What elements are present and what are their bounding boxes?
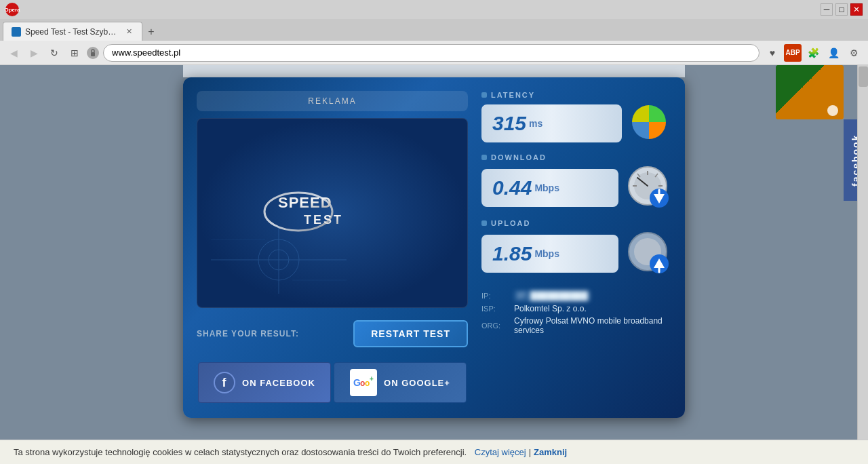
address-bar-row: ◀ ▶ ↻ ⊞ ♥ ABP 🧩 👤 ⚙ (0, 41, 868, 65)
bookmark-icon[interactable]: ♥ (764, 44, 781, 62)
facebook-icon: f (214, 372, 235, 393)
abp-button[interactable]: ABP (784, 44, 802, 62)
window-controls: ─ □ ✕ (821, 3, 863, 16)
org-label: ORG: (481, 322, 509, 330)
active-tab[interactable]: Speed Test - Test Szybkoś... ✕ (3, 22, 142, 41)
social-bar: f ON FACEBOOK G o o + ON GOOGLE+ (197, 361, 468, 404)
svg-text:SPEED: SPEED (278, 194, 332, 211)
isp-row: ISP: Polkomtel Sp. z o.o. (481, 304, 671, 313)
tab-close-button[interactable]: ✕ (124, 27, 134, 37)
upload-label: UPLOAD (481, 219, 671, 227)
isp-label: ISP: (481, 305, 509, 313)
svg-rect-0 (91, 52, 95, 56)
extensions-icon[interactable]: 🧩 (804, 44, 822, 62)
download-label: DOWNLOAD (481, 153, 671, 161)
apps-button[interactable]: ⊞ (66, 45, 83, 61)
tab-title: Speed Test - Test Szybkoś... (25, 27, 120, 37)
latency-dot (481, 92, 487, 98)
org-value: Cyfrowy Polsat MVNO mobile broadband ser… (514, 316, 671, 335)
download-bar: 0.44 Mbps (481, 169, 618, 207)
upload-icon (624, 230, 671, 277)
upload-bar: 1.85 Mbps (481, 235, 618, 273)
opera-label: Opera (4, 7, 20, 13)
toolbar-icons: ♥ ABP 🧩 👤 ⚙ (764, 44, 863, 62)
opera-logo[interactable]: Opera (5, 3, 19, 16)
close-button[interactable]: ✕ (850, 3, 863, 16)
cookie-close-link[interactable]: Zamknij (534, 447, 567, 457)
info-section: IP: 37. ██████████ ISP: Polkomtel Sp. z … (481, 290, 671, 338)
upload-dot (481, 220, 487, 226)
latency-value: 315 (492, 112, 526, 135)
latency-unit: ms (529, 118, 542, 129)
google-plus-icon: G o o + (350, 369, 377, 396)
svg-text:TEST: TEST (304, 213, 343, 227)
address-input[interactable] (103, 44, 760, 62)
ip-label: IP: (481, 292, 509, 300)
top-banner (183, 65, 685, 77)
speedtest-widget: REKLAMA (183, 77, 685, 418)
facebook-label: ON FACEBOOK (242, 378, 315, 388)
latency-section: LATENCY 315 ms (481, 91, 671, 145)
right-ad (776, 65, 844, 119)
new-tab-button[interactable]: + (142, 23, 160, 41)
scrollbar[interactable] (857, 65, 868, 464)
latency-label: LATENCY (481, 91, 671, 99)
cookie-bar: Ta strona wykorzystuje technologię cooki… (0, 440, 868, 464)
ad-label: REKLAMA (197, 91, 468, 111)
google-label: ON GOOGLE+ (384, 378, 450, 388)
settings-icon[interactable]: ⚙ (845, 44, 863, 62)
cookie-read-more-link[interactable]: Czytaj więcej (475, 447, 526, 457)
download-dot (481, 155, 487, 160)
upload-section: UPLOAD 1.85 Mbps (481, 219, 671, 277)
forward-button[interactable]: ▶ (26, 45, 42, 61)
left-panel: REKLAMA (197, 91, 468, 404)
facebook-share-button[interactable]: f ON FACEBOOK (198, 362, 331, 403)
tab-favicon (12, 27, 21, 37)
ip-value: 37. ██████████ (514, 290, 591, 301)
download-icon (624, 164, 671, 211)
latency-icon (627, 102, 671, 145)
cookie-separator: | (529, 447, 531, 457)
minimize-button[interactable]: ─ (821, 3, 833, 16)
upload-unit: Mbps (534, 248, 559, 259)
bottom-controls: SHARE YOUR RESULT: RESTART TEST (197, 315, 468, 353)
download-value: 0.44 (492, 176, 532, 199)
back-button[interactable]: ◀ (5, 45, 22, 61)
tab-bar: Speed Test - Test Szybkoś... ✕ + (0, 19, 868, 41)
lock-icon (87, 47, 99, 59)
latency-bar: 315 ms (481, 104, 622, 142)
ip-row: IP: 37. ██████████ (481, 290, 671, 301)
page-content: REKLAMA (0, 65, 868, 464)
cookie-text: Ta strona wykorzystuje technologię cooki… (14, 447, 467, 457)
maximize-button[interactable]: □ (835, 3, 848, 16)
download-unit: Mbps (534, 182, 559, 193)
circuit-decoration (211, 226, 347, 294)
title-bar: Opera ─ □ ✕ (0, 0, 868, 19)
right-panel: LATENCY 315 ms (481, 91, 671, 404)
google-share-button[interactable]: G o o + ON GOOGLE+ (334, 362, 467, 403)
scrollbar-thumb[interactable] (859, 66, 868, 87)
isp-value: Polkomtel Sp. z o.o. (514, 304, 587, 313)
restart-button[interactable]: RESTART TEST (353, 320, 468, 347)
speedtest-logo-area: SPEED TEST (197, 118, 468, 308)
share-label: SHARE YOUR RESULT: (197, 329, 299, 339)
user-icon[interactable]: 👤 (825, 44, 842, 62)
refresh-button[interactable]: ↻ (46, 45, 62, 61)
upload-value: 1.85 (492, 242, 532, 265)
org-row: ORG: Cyfrowy Polsat MVNO mobile broadban… (481, 316, 671, 335)
svg-text:+: + (370, 375, 374, 383)
download-section: DOWNLOAD 0.44 Mbps (481, 153, 671, 211)
